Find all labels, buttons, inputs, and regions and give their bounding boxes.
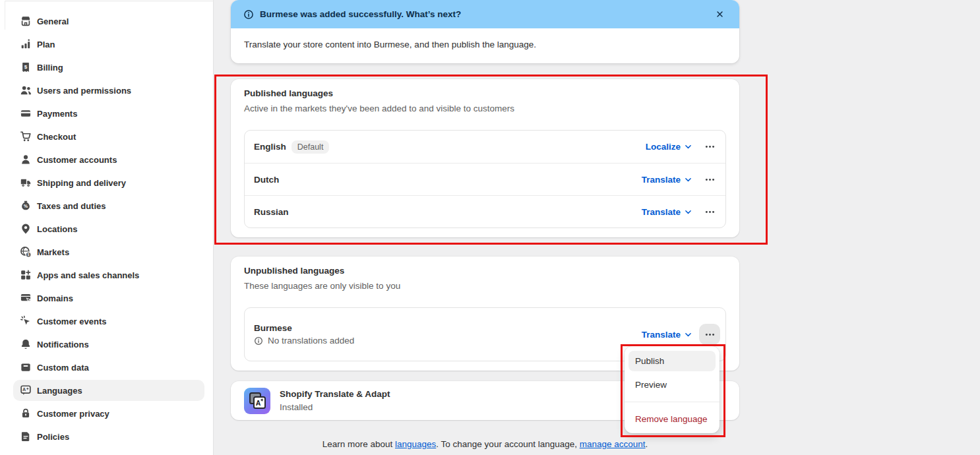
chevron-down-icon [684,175,692,184]
sidebar-item-label: Customer accounts [37,155,117,165]
sidebar-item-markets[interactable]: $Markets [13,241,204,262]
sidebar-item-apps-and-sales-channels[interactable]: Apps and sales channels [13,264,204,286]
language-row-russian: Russian Translate [245,195,725,228]
sidebar-item-shipping-and-delivery[interactable]: Shipping and delivery [13,172,204,193]
banner-title: Burmese was added successfully. What’s n… [260,9,710,19]
sidebar-item-customer-accounts[interactable]: Customer accounts [13,149,204,170]
sidebar-top-divider [5,1,214,1]
translate-label: Translate [642,207,681,217]
languages-translate-icon: A [20,384,32,396]
sidebar-item-label: Checkout [37,132,76,142]
menu-item-preview[interactable]: Preview [628,375,716,395]
sidebar-item-label: Plan [37,40,55,49]
manage-account-link[interactable]: manage account [580,439,646,449]
unpublished-card-subtitle: These languages are only visible to you [244,280,726,293]
plan-icon [20,38,32,50]
billing-icon: $ [20,61,32,73]
language-name: Burmese [254,323,354,333]
sidebar-item-label: Payments [37,109,77,119]
sidebar-item-label: Shipping and delivery [37,178,126,188]
chevron-down-icon [684,208,692,216]
localize-label: Localize [646,142,681,152]
banner-header: Burmese was added successfully. What’s n… [231,0,739,28]
chevron-down-icon [684,330,692,339]
translation-status: No translations added [268,336,354,346]
more-actions-button[interactable] [699,136,720,158]
settings-sidebar: GeneralPlan$BillingUsers and permissions… [0,0,214,455]
translate-dropdown[interactable]: Translate [642,175,692,185]
info-icon [254,336,263,346]
policies-document-icon [20,431,32,442]
published-card-title: Published languages [244,87,726,100]
sidebar-item-languages[interactable]: ALanguages [13,380,204,401]
sidebar-item-label: Languages [37,386,82,396]
customer-accounts-icon [20,154,32,166]
menu-item-publish[interactable]: Publish [628,351,716,371]
sidebar-item-policies[interactable]: Policies [13,426,204,447]
users-icon [20,84,32,96]
unpublished-card-title: Unpublished languages [244,264,726,278]
sidebar-item-label: Customer privacy [37,409,109,419]
translate-label: Translate [642,330,681,340]
translate-dropdown[interactable]: Translate [642,207,692,217]
sidebar-item-label: Taxes and duties [37,201,106,211]
footer-help-text: Learn more about languages. To change yo… [231,439,739,450]
language-actions-menu: PublishPreview Remove language [625,346,720,433]
more-actions-button-open[interactable] [699,324,720,345]
sidebar-item-domains[interactable]: Domains [13,288,204,309]
sidebar-item-label: General [37,16,69,26]
sidebar-item-label: Policies [37,432,69,442]
app-title: Shopify Translate & Adapt [280,388,390,401]
success-banner: Burmese was added successfully. What’s n… [231,0,739,63]
menu-item-remove-language[interactable]: Remove language [628,409,716,429]
sidebar-item-taxes-and-duties[interactable]: %Taxes and duties [13,195,204,216]
published-card-subtitle: Active in the markets they've been added… [244,102,726,115]
svg-text:A: A [256,399,261,407]
privacy-lock-icon [20,408,32,419]
shipping-truck-icon [20,177,32,189]
language-row-dutch: Dutch Translate [245,163,725,195]
payments-icon [20,107,32,119]
sidebar-item-billing[interactable]: $Billing [13,57,204,78]
svg-text:%: % [24,204,28,208]
notifications-bell-icon [20,338,32,350]
more-actions-button[interactable] [699,201,720,222]
context-menu-items: PublishPreview [628,351,716,395]
menu-divider [625,402,720,402]
translate-label: Translate [642,175,681,185]
sidebar-item-customer-events[interactable]: Customer events [13,311,204,332]
sidebar-item-locations[interactable]: Locations [13,218,204,239]
sidebar-item-checkout[interactable]: Checkout [13,126,204,147]
footer-text: . [646,439,648,449]
sidebar-item-label: Notifications [37,340,89,349]
sidebar-item-payments[interactable]: Payments [13,103,204,124]
sidebar-item-label: Markets [37,247,69,257]
sidebar-item-label: Locations [37,224,77,234]
footer-text: Learn more about [322,439,395,449]
translate-dropdown[interactable]: Translate [642,330,692,340]
sidebar-item-notifications[interactable]: Notifications [13,334,204,355]
languages-link[interactable]: languages [395,439,436,449]
sidebar-item-custom-data[interactable]: Custom data [13,357,204,378]
sidebar-item-general[interactable]: General [13,11,204,32]
localize-dropdown[interactable]: Localize [646,142,692,152]
apps-grid-icon [20,269,32,281]
sidebar-item-label: Domains [37,293,73,303]
more-actions-button[interactable] [699,169,720,190]
sidebar-item-plan[interactable]: Plan [13,34,204,55]
language-row-english: English Default Localize [245,131,725,163]
locations-pin-icon [20,223,32,235]
sidebar-nav: GeneralPlan$BillingUsers and permissions… [0,11,213,447]
taxes-moneybag-icon: % [20,200,32,212]
language-name: Russian [254,207,289,217]
info-icon [243,9,254,20]
app-installed-status: Installed [280,401,390,414]
checkout-cart-icon [20,131,32,142]
sidebar-item-label: Billing [37,63,63,73]
banner-body: Translate your store content into Burmes… [231,28,739,63]
sidebar-item-label: Customer events [37,317,106,326]
close-icon[interactable] [710,5,729,24]
sidebar-item-users-and-permissions[interactable]: Users and permissions [13,80,204,101]
customer-events-cursor-icon [20,315,32,327]
sidebar-item-customer-privacy[interactable]: Customer privacy [13,403,204,424]
